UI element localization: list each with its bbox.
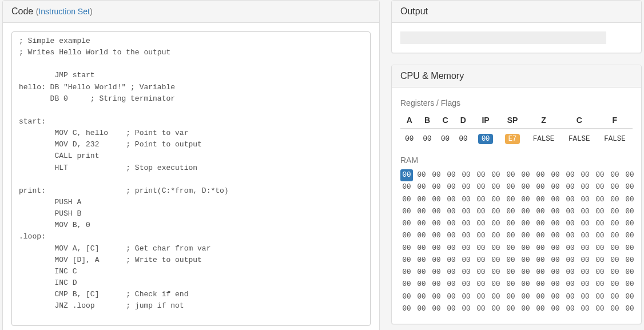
ram-cell[interactable]: 00 xyxy=(415,303,428,315)
ram-cell[interactable]: 00 xyxy=(609,194,621,206)
ram-cell[interactable]: 00 xyxy=(490,291,502,303)
ram-cell[interactable]: 00 xyxy=(504,218,517,230)
ram-cell[interactable]: 00 xyxy=(564,303,577,315)
ram-cell[interactable]: 00 xyxy=(594,230,606,242)
ram-cell[interactable]: 00 xyxy=(579,291,591,303)
reg-value-d[interactable]: 00 xyxy=(454,129,472,149)
ram-cell[interactable]: 00 xyxy=(400,169,413,181)
ram-cell[interactable]: 00 xyxy=(504,303,517,315)
ram-cell[interactable]: 00 xyxy=(504,169,517,181)
ram-cell[interactable]: 00 xyxy=(534,218,547,230)
ram-cell[interactable]: 00 xyxy=(594,303,606,315)
ram-cell[interactable]: 00 xyxy=(623,230,636,242)
ram-cell[interactable]: 00 xyxy=(534,242,547,255)
ram-cell[interactable]: 00 xyxy=(415,230,428,242)
ram-cell[interactable]: 00 xyxy=(504,255,517,267)
ram-cell[interactable]: 00 xyxy=(415,242,428,255)
ram-cell[interactable]: 00 xyxy=(504,267,517,279)
ram-cell[interactable]: 00 xyxy=(490,255,502,267)
ram-cell[interactable]: 00 xyxy=(549,194,562,206)
ram-cell[interactable]: 00 xyxy=(415,169,428,181)
ram-cell[interactable]: 00 xyxy=(504,181,517,193)
ram-cell[interactable]: 00 xyxy=(534,279,547,291)
ram-cell[interactable]: 00 xyxy=(534,181,547,193)
ram-cell[interactable]: 00 xyxy=(460,206,472,218)
ram-cell[interactable]: 00 xyxy=(579,218,591,230)
ram-cell[interactable]: 00 xyxy=(400,242,413,255)
ram-cell[interactable]: 00 xyxy=(430,242,443,255)
ram-cell[interactable]: 00 xyxy=(549,279,562,291)
ram-cell[interactable]: 00 xyxy=(623,267,636,279)
ram-cell[interactable]: 00 xyxy=(490,181,502,193)
code-editor[interactable] xyxy=(11,31,371,326)
ram-cell[interactable]: 00 xyxy=(460,230,472,242)
ram-cell[interactable]: 00 xyxy=(594,267,606,279)
ram-cell[interactable]: 00 xyxy=(549,255,562,267)
ram-cell[interactable]: 00 xyxy=(445,255,458,267)
ram-cell[interactable]: 00 xyxy=(534,206,547,218)
ram-cell[interactable]: 00 xyxy=(519,267,532,279)
ram-cell[interactable]: 00 xyxy=(579,279,591,291)
ram-cell[interactable]: 00 xyxy=(519,255,532,267)
reg-value-z[interactable]: FALSE xyxy=(526,129,562,149)
ram-cell[interactable]: 00 xyxy=(490,206,502,218)
ram-cell[interactable]: 00 xyxy=(623,279,636,291)
ram-cell[interactable]: 00 xyxy=(415,291,428,303)
reg-value-sp[interactable]: E7 xyxy=(499,129,526,149)
ram-cell[interactable]: 00 xyxy=(415,194,428,206)
ram-cell[interactable]: 00 xyxy=(549,230,562,242)
ram-cell[interactable]: 00 xyxy=(564,218,577,230)
ram-cell[interactable]: 00 xyxy=(579,230,591,242)
ram-cell[interactable]: 00 xyxy=(490,242,502,255)
reg-value-c[interactable]: FALSE xyxy=(562,129,597,149)
ram-cell[interactable]: 00 xyxy=(594,255,606,267)
ram-cell[interactable]: 00 xyxy=(400,291,413,303)
ram-cell[interactable]: 00 xyxy=(415,267,428,279)
ram-cell[interactable]: 00 xyxy=(534,169,547,181)
ram-cell[interactable]: 00 xyxy=(534,291,547,303)
ram-cell[interactable]: 00 xyxy=(609,279,621,291)
ram-cell[interactable]: 00 xyxy=(504,230,517,242)
ram-cell[interactable]: 00 xyxy=(415,206,428,218)
ram-cell[interactable]: 00 xyxy=(430,169,443,181)
ram-cell[interactable]: 00 xyxy=(460,279,472,291)
ram-cell[interactable]: 00 xyxy=(609,230,621,242)
ram-cell[interactable]: 00 xyxy=(623,194,636,206)
ram-cell[interactable]: 00 xyxy=(579,194,591,206)
ram-cell[interactable]: 00 xyxy=(594,218,606,230)
ram-cell[interactable]: 00 xyxy=(623,242,636,255)
ip-badge[interactable]: 00 xyxy=(478,134,493,144)
ram-cell[interactable]: 00 xyxy=(609,206,621,218)
ram-cell[interactable]: 00 xyxy=(623,291,636,303)
ram-cell[interactable]: 00 xyxy=(549,267,562,279)
reg-value-f[interactable]: FALSE xyxy=(597,129,633,149)
ram-cell[interactable]: 00 xyxy=(445,267,458,279)
ram-cell[interactable]: 00 xyxy=(475,255,487,267)
ram-cell[interactable]: 00 xyxy=(564,181,577,193)
ram-cell[interactable]: 00 xyxy=(519,194,532,206)
ram-cell[interactable]: 00 xyxy=(430,303,443,315)
ram-cell[interactable]: 00 xyxy=(579,255,591,267)
ram-cell[interactable]: 00 xyxy=(430,218,443,230)
ram-cell[interactable]: 00 xyxy=(519,206,532,218)
ram-cell[interactable]: 00 xyxy=(623,206,636,218)
ram-cell[interactable]: 00 xyxy=(445,194,458,206)
ram-cell[interactable]: 00 xyxy=(579,267,591,279)
ram-cell[interactable]: 00 xyxy=(430,255,443,267)
ram-cell[interactable]: 00 xyxy=(460,303,472,315)
instruction-set-link[interactable]: Instruction Set xyxy=(38,7,90,16)
ram-cell[interactable]: 00 xyxy=(445,206,458,218)
ram-cell[interactable]: 00 xyxy=(623,218,636,230)
ram-cell[interactable]: 00 xyxy=(415,181,428,193)
ram-cell[interactable]: 00 xyxy=(445,169,458,181)
ram-cell[interactable]: 00 xyxy=(430,291,443,303)
ram-cell[interactable]: 00 xyxy=(430,194,443,206)
ram-cell[interactable]: 00 xyxy=(504,242,517,255)
ram-cell[interactable]: 00 xyxy=(579,242,591,255)
ram-cell[interactable]: 00 xyxy=(430,206,443,218)
ram-cell[interactable]: 00 xyxy=(594,169,606,181)
ram-cell[interactable]: 00 xyxy=(623,169,636,181)
ram-cell[interactable]: 00 xyxy=(519,218,532,230)
ram-cell[interactable]: 00 xyxy=(400,255,413,267)
ram-cell[interactable]: 00 xyxy=(564,242,577,255)
